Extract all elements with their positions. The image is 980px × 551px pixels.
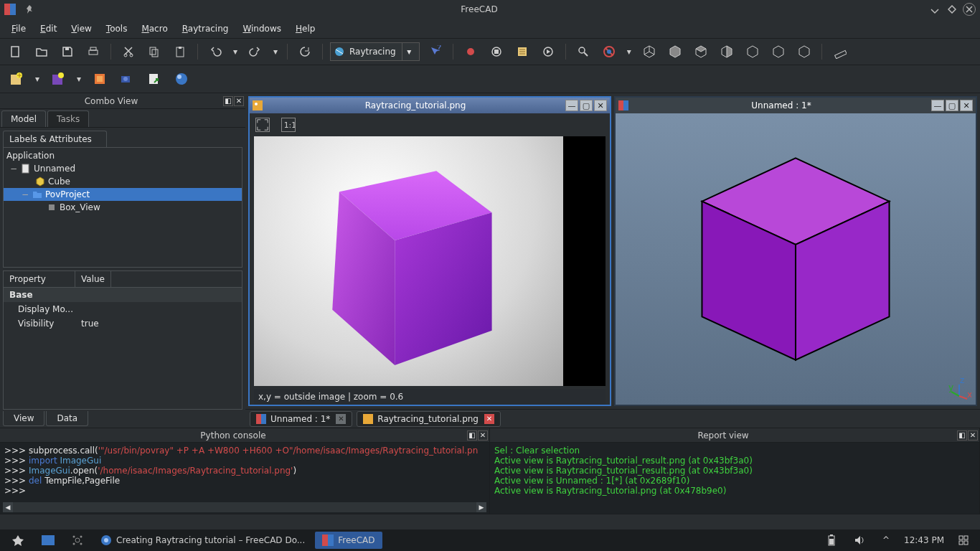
notifications-button[interactable]: [951, 532, 976, 548]
new-povray-dropdown[interactable]: ▾: [33, 68, 42, 90]
python-console[interactable]: >>> subprocess.call('"/usr/bin/povray" +…: [0, 443, 489, 514]
menu-raytracing[interactable]: Raytracing: [175, 21, 236, 37]
macro-execute-button[interactable]: [538, 42, 558, 62]
render-button[interactable]: [171, 68, 192, 90]
undo-button[interactable]: [205, 42, 225, 62]
prop-row[interactable]: Display Mo...: [4, 302, 242, 316]
minimize-button[interactable]: [928, 3, 941, 16]
collapse-icon[interactable]: −: [9, 164, 18, 174]
menu-windows[interactable]: Windows: [235, 21, 288, 37]
scrollbar-horizontal[interactable]: ◀▶: [3, 502, 486, 512]
dock-close-button[interactable]: ✕: [968, 430, 978, 441]
tree-item-cube[interactable]: Cube: [4, 175, 242, 188]
workbench-selector[interactable]: Raytracing ▾: [330, 42, 420, 61]
reset-camera-button[interactable]: [116, 68, 138, 90]
taskbar-item[interactable]: Creating Raytracing tutorial – FreeCAD D…: [93, 532, 312, 549]
tab-view[interactable]: View: [3, 411, 44, 426]
scale-1-1-button[interactable]: 1:1: [281, 118, 296, 132]
view-axo-dropdown[interactable]: ▾: [625, 42, 633, 62]
view-bottom-button[interactable]: [768, 42, 788, 62]
redo-button[interactable]: [245, 42, 265, 62]
macro-list-button[interactable]: [512, 42, 532, 62]
chevron-down-icon[interactable]: ▾: [402, 43, 416, 60]
menu-macro[interactable]: Macro: [134, 21, 174, 37]
paste-button[interactable]: [170, 42, 190, 62]
close-button[interactable]: [963, 3, 976, 16]
measure-button[interactable]: [829, 42, 849, 62]
menu-tools[interactable]: Tools: [99, 21, 135, 37]
tree-item-boxview[interactable]: Box_View: [4, 201, 242, 214]
doc-tab[interactable]: Unnamed : 1* ✕: [250, 411, 352, 427]
view-axo-button[interactable]: [599, 42, 619, 62]
close-icon[interactable]: ✕: [484, 414, 494, 424]
dock-float-button[interactable]: ◧: [957, 430, 967, 441]
mdi-minimize-button[interactable]: —: [565, 100, 578, 111]
mdi-titlebar[interactable]: Raytracing_tutorial.png — ▢ ✕: [250, 98, 610, 113]
insert-part-button[interactable]: [89, 68, 110, 90]
new-luxrender-button[interactable]: [47, 68, 69, 90]
tab-data[interactable]: Data: [46, 411, 88, 426]
prop-row[interactable]: Visibilitytrue: [4, 316, 242, 331]
mdi-minimize-button[interactable]: —: [931, 100, 944, 111]
save-button[interactable]: [57, 42, 77, 62]
undo-dropdown[interactable]: ▾: [231, 42, 240, 62]
macro-record-button[interactable]: [461, 42, 481, 62]
whatsthis-button[interactable]: ?: [425, 42, 446, 62]
copy-button[interactable]: [144, 42, 164, 62]
mdi-titlebar[interactable]: Unnamed : 1* — ▢ ✕: [616, 98, 976, 113]
clock[interactable]: 12:43 PM: [898, 535, 950, 545]
tree-item-povproject[interactable]: − PovProject: [4, 188, 242, 201]
menu-help[interactable]: Help: [288, 21, 322, 37]
3d-viewport[interactable]: zyx: [616, 113, 976, 405]
dock-float-button[interactable]: ◧: [467, 430, 477, 441]
menu-file[interactable]: File: [4, 21, 33, 37]
redo-dropdown[interactable]: ▾: [271, 42, 280, 62]
kde-menu-button[interactable]: [4, 531, 32, 550]
pin-icon[interactable]: [24, 4, 34, 14]
view-right-button[interactable]: [717, 42, 737, 62]
battery-icon[interactable]: [819, 531, 844, 550]
open-button[interactable]: [32, 42, 52, 62]
macro-stop-button[interactable]: [486, 42, 507, 62]
report-view[interactable]: Sel : Clear selectionActive view is Rayt…: [490, 443, 979, 514]
mdi-close-button[interactable]: ✕: [960, 100, 973, 111]
tab-model[interactable]: Model: [1, 110, 46, 127]
property-panel[interactable]: Base Display Mo... Visibilitytrue: [3, 288, 242, 410]
mdi-maximize-button[interactable]: ▢: [580, 100, 593, 111]
view-left-button[interactable]: [794, 42, 814, 62]
dock-close-button[interactable]: ✕: [234, 96, 244, 106]
view-iso-button[interactable]: [639, 42, 659, 62]
tree-application[interactable]: Application: [4, 149, 242, 162]
collapse-icon[interactable]: −: [21, 189, 29, 199]
maximize-button[interactable]: [946, 3, 958, 16]
prop-row[interactable]: Base: [4, 288, 242, 302]
new-button[interactable]: [6, 42, 26, 62]
menu-view[interactable]: View: [64, 21, 98, 37]
view-top-button[interactable]: [691, 42, 711, 62]
model-tree[interactable]: Application − Unnamed Cube − PovProject …: [3, 147, 242, 268]
close-icon[interactable]: ✕: [336, 414, 346, 424]
tray-expand-icon[interactable]: ^: [875, 532, 897, 548]
new-luxrender-dropdown[interactable]: ▾: [75, 68, 83, 90]
volume-icon[interactable]: [847, 532, 872, 549]
mdi-close-button[interactable]: ✕: [594, 100, 607, 111]
export-project-button[interactable]: [143, 68, 165, 90]
view-front-button[interactable]: [665, 42, 685, 62]
taskbar-item[interactable]: FreeCAD: [315, 532, 382, 549]
image-canvas[interactable]: [254, 136, 606, 386]
print-button[interactable]: [83, 42, 103, 62]
tab-tasks[interactable]: Tasks: [47, 110, 89, 127]
dock-float-button[interactable]: ◧: [223, 96, 233, 106]
tree-document[interactable]: − Unnamed: [4, 162, 242, 175]
fit-image-button[interactable]: [255, 118, 270, 132]
menu-edit[interactable]: Edit: [33, 21, 64, 37]
view-fit-button[interactable]: [573, 42, 593, 62]
refresh-button[interactable]: [295, 42, 315, 62]
view-rear-button[interactable]: [743, 42, 763, 62]
new-povray-button[interactable]: [6, 68, 27, 90]
activities-button[interactable]: [65, 532, 90, 549]
dock-close-button[interactable]: ✕: [478, 430, 488, 441]
cut-button[interactable]: [118, 42, 138, 62]
mdi-maximize-button[interactable]: ▢: [946, 100, 958, 111]
doc-tab[interactable]: Raytracing_tutorial.png ✕: [357, 411, 501, 427]
